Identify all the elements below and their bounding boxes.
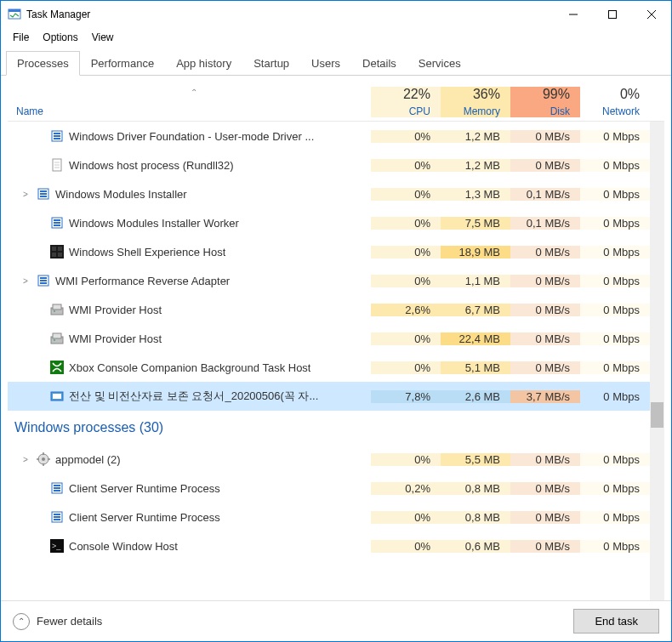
minimize-button[interactable] — [554, 1, 593, 28]
memory-cell: 0,8 MB — [441, 511, 510, 524]
table-row[interactable]: Windows host process (Rundll32)0%1,2 MB0… — [8, 151, 664, 179]
tab-performance[interactable]: Performance — [80, 51, 165, 76]
process-name-cell: WMI Provider Host — [8, 332, 371, 345]
svg-rect-3 — [609, 11, 617, 19]
table-row[interactable]: Windows Modules Installer Worker0%7,5 MB… — [8, 208, 664, 237]
process-name-cell: Windows host process (Rundll32) — [8, 158, 371, 172]
disk-cell: 0,1 MB/s — [510, 188, 580, 201]
network-cell: 0 Mbps — [580, 511, 650, 524]
memory-cell: 7,5 MB — [441, 217, 510, 230]
table-row[interactable]: >Windows Modules Installer0%1,3 MB0,1 MB… — [8, 179, 664, 208]
svg-rect-51 — [54, 514, 60, 515]
svg-rect-7 — [54, 133, 60, 134]
network-cell: 0 Mbps — [580, 390, 650, 403]
tab-startup[interactable]: Startup — [242, 51, 300, 76]
win-blue-icon — [50, 216, 64, 230]
svg-rect-28 — [40, 277, 47, 279]
end-task-button[interactable]: End task — [573, 609, 659, 633]
memory-cell: 6,7 MB — [441, 304, 510, 316]
table-row[interactable]: >appmodel (2)0%5,5 MB0 MB/s0 Mbps — [8, 445, 664, 474]
col-header-cpu[interactable]: 22% CPU — [371, 87, 441, 117]
fewer-details-toggle[interactable]: ⌃ Fewer details — [13, 613, 102, 630]
network-cell: 0 Mbps — [580, 217, 650, 230]
svg-rect-20 — [54, 222, 60, 224]
taskmgr-icon — [8, 8, 21, 21]
process-name-cell: >appmodel (2) — [8, 452, 371, 466]
svg-rect-17 — [40, 196, 47, 197]
table-row[interactable]: >_Console Window Host0%0,6 MB0 MB/s0 Mbp… — [8, 531, 664, 560]
win-blue-icon — [50, 481, 64, 495]
expand-icon[interactable]: > — [20, 276, 31, 286]
tab-app-history[interactable]: App history — [165, 51, 242, 76]
gear-icon — [37, 452, 50, 466]
menu-file[interactable]: File — [6, 30, 36, 45]
table-row[interactable]: Xbox Console Companion Background Task H… — [8, 353, 664, 382]
table-row[interactable]: Client Server Runtime Process0%0,8 MB0 M… — [8, 503, 664, 531]
sort-indicator-icon: ⌃ — [16, 88, 371, 97]
svg-rect-32 — [53, 304, 61, 310]
col-header-memory[interactable]: 36% Memory — [441, 87, 510, 117]
tab-processes[interactable]: Processes — [6, 51, 80, 76]
col-header-disk[interactable]: 99% Disk — [510, 87, 580, 117]
menu-options[interactable]: Options — [36, 30, 84, 45]
process-name: Windows host process (Rundll32) — [69, 159, 234, 172]
disk-cell: 0 MB/s — [510, 275, 580, 287]
titlebar[interactable]: Task Manager — [1, 1, 671, 28]
svg-rect-37 — [50, 361, 64, 374]
process-name-cell: >Windows Modules Installer — [8, 187, 371, 201]
close-button[interactable] — [632, 1, 671, 28]
svg-rect-19 — [54, 219, 60, 221]
process-name-cell: Windows Shell Experience Host — [8, 245, 371, 259]
svg-rect-47 — [54, 485, 60, 486]
svg-rect-25 — [52, 253, 56, 257]
svg-rect-35 — [53, 333, 61, 338]
column-headers: ⌃ Name 22% CPU 36% Memory 99% Disk 0% Ne… — [8, 76, 664, 122]
table-row[interactable]: WMI Provider Host0%22,4 MB0 MB/s0 Mbps — [8, 324, 664, 353]
content-area: ⌃ Name 22% CPU 36% Memory 99% Disk 0% Ne… — [1, 76, 671, 600]
memory-cell: 0,6 MB — [441, 540, 510, 553]
table-row[interactable]: Windows Driver Foundation - User-mode Dr… — [8, 122, 664, 151]
network-cell: 0 Mbps — [580, 130, 650, 143]
disk-label: Disk — [510, 105, 570, 117]
process-name-cell: 전산 및 비전산자료 보존 요청서_20200506(꼭 자... — [8, 389, 371, 404]
win-blue-icon — [37, 274, 50, 287]
shell-icon — [50, 245, 64, 259]
col-header-name[interactable]: ⌃ Name — [8, 88, 371, 117]
table-row[interactable]: 전산 및 비전산자료 보존 요청서_20200506(꼭 자...7,8%2,6… — [8, 382, 664, 411]
cpu-cell: 0% — [371, 217, 441, 230]
process-list[interactable]: Windows Driver Foundation - User-mode Dr… — [8, 122, 664, 600]
svg-rect-21 — [54, 224, 60, 226]
col-header-network[interactable]: 0% Network — [580, 87, 650, 117]
network-cell: 0 Mbps — [580, 188, 650, 201]
scrollbar-thumb[interactable] — [651, 402, 663, 428]
group-header: Windows processes (30) — [8, 411, 664, 445]
tab-details[interactable]: Details — [351, 51, 407, 76]
win-blue-icon — [50, 129, 64, 143]
tab-services[interactable]: Services — [407, 51, 472, 76]
menu-view[interactable]: View — [85, 30, 121, 45]
korean-icon — [50, 389, 64, 403]
expand-icon[interactable]: > — [20, 190, 31, 199]
svg-point-41 — [42, 457, 45, 461]
process-name: Console Window Host — [69, 540, 178, 553]
expand-icon[interactable]: > — [20, 455, 31, 464]
chevron-up-icon: ⌃ — [13, 613, 30, 630]
tab-users[interactable]: Users — [300, 51, 351, 76]
svg-rect-48 — [54, 487, 60, 489]
scrollbar-track[interactable] — [650, 122, 664, 600]
table-row[interactable]: Windows Shell Experience Host0%18,9 MB0 … — [8, 237, 664, 266]
process-name-cell: Xbox Console Companion Background Task H… — [8, 361, 371, 374]
disk-cell: 0,1 MB/s — [510, 217, 580, 230]
table-row[interactable]: >WMI Performance Reverse Adapter0%1,1 MB… — [8, 266, 664, 295]
mem-pct: 36% — [441, 87, 500, 102]
table-row[interactable]: WMI Provider Host2,6%6,7 MB0 MB/s0 Mbps — [8, 295, 664, 324]
net-pct: 0% — [580, 87, 640, 102]
maximize-button[interactable] — [593, 1, 632, 28]
cpu-cell: 2,6% — [371, 304, 441, 316]
memory-cell: 1,2 MB — [441, 159, 510, 172]
process-name: Windows Modules Installer — [55, 188, 187, 201]
table-row[interactable]: Client Server Runtime Process0,2%0,8 MB0… — [8, 474, 664, 503]
xbox-icon — [50, 361, 64, 374]
cpu-cell: 0% — [371, 511, 441, 524]
process-name: Windows Driver Foundation - User-mode Dr… — [69, 130, 314, 143]
